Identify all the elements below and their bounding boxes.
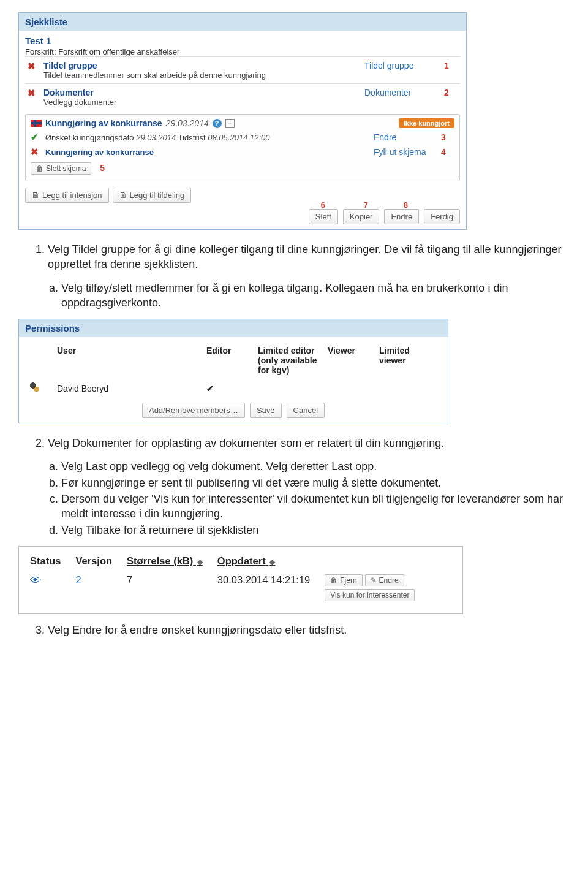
- step-2c: Dersom du velger 'Vis kun for interessen…: [61, 491, 570, 522]
- x-icon: ✖: [28, 88, 36, 98]
- step-1: Velg Tildel gruppe for å gi dine kollege…: [48, 242, 570, 272]
- sort-icon: ◆: [270, 558, 275, 566]
- kopier-button[interactable]: Kopier: [343, 209, 380, 224]
- row-title: Kunngjøring av konkurranse: [45, 148, 154, 157]
- slett-skjema-button[interactable]: 🗑 Slett skjema: [31, 162, 91, 175]
- instruction-1: Velg Tildel gruppe for å gi dine kollege…: [18, 242, 570, 310]
- step-1a: Velg tilføy/slett medlemmer for å gi en …: [61, 281, 570, 311]
- permissions-title: Permissions: [19, 319, 448, 337]
- legg-til-tildeling-button[interactable]: 🗎 Legg til tildeling: [113, 188, 192, 203]
- col-limited-viewer: Limited viewer: [375, 343, 440, 378]
- user-name: David Boeryd: [53, 379, 202, 398]
- x-icon: ✖: [31, 146, 39, 157]
- flag-icon: [31, 120, 42, 127]
- value-tidsfrist: 08.05.2014 12:00: [208, 133, 270, 142]
- trash-icon: 🗑: [330, 576, 337, 585]
- oppdatert-value: 30.03.2014 14:21:19: [214, 571, 321, 605]
- kunn-row-konkurranse: ✖ Kunngjøring av konkurranse Fyll ut skj…: [31, 146, 454, 157]
- kunn-date: 29.03.2014: [166, 118, 209, 128]
- kunn-row-dato: ✔ Ønsket kunngjøringsdato 29.03.2014 Tid…: [31, 132, 454, 143]
- col-user: User: [53, 343, 202, 378]
- permissions-panel: Permissions User Editor Limited editor (…: [18, 319, 448, 423]
- row-desc: Tildel teammedlemmer som skal arbeide på…: [43, 70, 364, 80]
- permissions-table: User Editor Limited editor (only availab…: [25, 342, 442, 399]
- endre-link[interactable]: Endre: [374, 132, 441, 142]
- col-limited-editor: Limited editor (only available for kgv): [254, 343, 323, 378]
- step-2d: Velg Tilbake for å returnere til sjekkli…: [61, 523, 570, 537]
- x-icon: ✖: [28, 61, 36, 71]
- edit-icon: ✎: [371, 576, 377, 585]
- instruction-3: Velg Endre for å endre ønsket kunngjørin…: [18, 623, 570, 637]
- fyll-ut-link[interactable]: Fyll ut skjema: [374, 147, 441, 157]
- permissions-row: David Boeryd ✔: [26, 379, 440, 398]
- user-icon: [30, 382, 40, 392]
- doc-icon: 🗎: [119, 191, 127, 200]
- document-status-panel: Status Versjon Størrelse (kB) ◆ Oppdater…: [18, 546, 463, 614]
- editor-check: ✔: [203, 379, 253, 398]
- annotation-3: 3: [441, 132, 454, 142]
- footer-actions: 6 7 8 Slett Kopier Endre Ferdig: [25, 209, 460, 224]
- col-viewer: Viewer: [324, 343, 374, 378]
- instruction-2: Velg Dokumenter for opplasting av dokume…: [18, 436, 570, 537]
- checklist-row-tildel: ✖ Tildel gruppe Tildel teammedlemmer som…: [25, 56, 460, 83]
- endre-button[interactable]: Endre: [384, 209, 419, 224]
- eye-icon[interactable]: 👁: [30, 574, 41, 586]
- vis-interessenter-button[interactable]: Vis kun for interessenter: [325, 589, 415, 601]
- row-desc: Vedlegg dokumenter: [43, 97, 364, 107]
- annotation-6: 6: [321, 200, 325, 210]
- fjern-button[interactable]: 🗑 Fjern: [325, 574, 362, 586]
- dokumenter-link[interactable]: Dokumenter: [364, 88, 444, 97]
- add-remove-button[interactable]: Add/Remove members…: [142, 403, 245, 418]
- forskrift-text: Forskrift: Forskrift om offentlige anska…: [25, 47, 460, 56]
- legg-til-intensjon-button[interactable]: 🗎 Legg til intensjon: [25, 188, 109, 203]
- tildel-gruppe-link[interactable]: Tildel gruppe: [364, 61, 444, 70]
- checklist-title: Sjekkliste: [19, 13, 466, 31]
- col-editor: Editor: [203, 343, 253, 378]
- kunngjoring-box: Kunngjøring av konkurranse 29.03.2014 ? …: [25, 114, 460, 181]
- checklist-row-dokumenter: ✖ Dokumenter Vedlegg dokumenter Dokument…: [25, 83, 460, 110]
- annotation-5: 5: [100, 163, 105, 173]
- step-2a: Velg Last opp vedlegg og velg dokument. …: [61, 459, 570, 474]
- checklist-panel: Sjekkliste Test 1 Forskrift: Forskrift o…: [18, 12, 467, 230]
- collapse-icon[interactable]: −: [225, 119, 235, 128]
- step-2: Velg Dokumenter for opplasting av dokume…: [48, 436, 570, 450]
- check-icon: ✔: [31, 132, 39, 142]
- test-title: Test 1: [25, 36, 460, 46]
- value: 29.03.2014: [136, 133, 176, 142]
- trash-icon: 🗑: [36, 164, 43, 173]
- help-icon[interactable]: ?: [213, 119, 222, 128]
- annotation-4: 4: [441, 147, 454, 157]
- versjon-link[interactable]: 2: [72, 571, 123, 605]
- label: Ønsket kunngjøringsdato: [45, 133, 134, 142]
- save-button[interactable]: Save: [250, 403, 282, 418]
- kunn-title: Kunngjøring av konkurranse: [45, 118, 162, 128]
- step-3: Velg Endre for å endre ønsket kunngjørin…: [48, 623, 570, 637]
- status-row: 👁 2 7 30.03.2014 14:21:19 🗑 Fjern ✎ Endr…: [26, 571, 426, 605]
- annotation-8: 8: [404, 200, 408, 210]
- annotation-7: 7: [364, 200, 368, 210]
- status-table: Status Versjon Størrelse (kB) ◆ Oppdater…: [26, 552, 426, 605]
- ferdig-button[interactable]: Ferdig: [424, 209, 460, 224]
- step-2b: Før kunngjøringe er sent til publisering…: [61, 476, 570, 490]
- annotation-1: 1: [444, 61, 458, 70]
- col-versjon: Versjon: [72, 552, 123, 571]
- row-title: Dokumenter: [43, 88, 364, 97]
- annotation-2: 2: [444, 88, 458, 97]
- kb-value: 7: [123, 571, 214, 605]
- label-tidsfrist: Tidsfrist: [178, 133, 206, 142]
- col-status: Status: [26, 552, 72, 571]
- endre-button[interactable]: ✎ Endre: [365, 574, 404, 586]
- doc-icon: 🗎: [32, 191, 40, 200]
- row-title: Tildel gruppe: [43, 61, 364, 70]
- cancel-button[interactable]: Cancel: [287, 403, 325, 418]
- status-badge: Ikke kunngjort: [399, 118, 454, 128]
- slett-button[interactable]: Slett: [309, 209, 338, 224]
- sort-icon: ◆: [197, 558, 203, 566]
- col-storrelse[interactable]: Størrelse (kB) ◆: [123, 552, 214, 571]
- col-oppdatert[interactable]: Oppdatert ◆: [214, 552, 321, 571]
